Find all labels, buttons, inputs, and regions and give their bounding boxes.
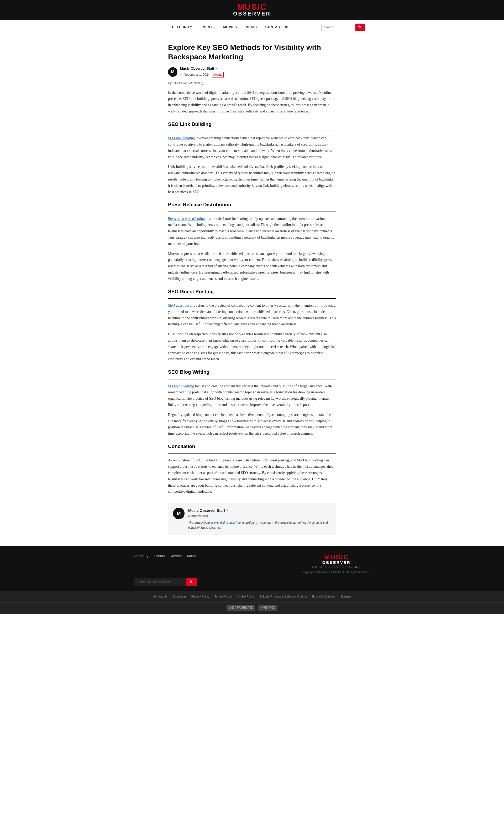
footer-bottom-links-container: Contact Us Disclaimer Privacy Policy Ter… [134,594,370,599]
nav-music[interactable]: MUSIC [245,20,258,34]
author-box-avatar: M [173,508,184,519]
footer-dark: Celebrity Events Movies Music MUSIC OBSE… [0,546,504,591]
verified-badge-footer: ✓ VERIFIED [258,605,277,611]
author-info: Music Observer Staff ✓ ● November 1, 202… [180,66,224,78]
section-heading-guest-posting: SEO Guest Posting [168,288,336,296]
footer-copyright: Copyright ©2024 Matrix Global, LLC. All … [303,570,370,575]
footer-nav-celebrity[interactable]: Celebrity [134,554,148,559]
footer-link-disclaimer[interactable]: Disclaimer [173,594,186,599]
footer-link-privacy-policy[interactable]: Privacy Policy [191,594,209,599]
nav-contact-us[interactable]: CONTACT US [264,20,290,34]
footer-search-button[interactable]: 🔍 [186,578,197,586]
author-avatar: M [168,67,177,77]
author-box-verified: ✓ [226,508,229,513]
footer-nav-movies[interactable]: Movies [170,554,182,559]
nav-celebrity[interactable]: CELEBRITY [171,20,193,34]
footer-logo-observer: OBSERVER [303,561,370,564]
author-date-tags: ● November 1, 2024 Events [180,72,224,78]
blog-writing-link[interactable]: SEO blog writing [168,384,194,388]
branded-content-link[interactable]: branded content [214,521,235,525]
conclusion-text: A combination of SEO link building, pres… [168,457,336,495]
author-box-name-text: Music Observer Staff [188,508,225,513]
footer-bottom: Contact Us Disclaimer Privacy Policy Ter… [0,591,504,602]
article-body: In the competitive world of digital mark… [168,90,336,495]
footer-search-row: 🔍 [134,578,370,586]
section-divider-5 [168,453,336,453]
section-divider-2 [168,211,336,212]
footer-dark-inner: Celebrity Events Movies Music MUSIC OBSE… [134,554,370,575]
nav-movies[interactable]: MOVIES [222,20,238,34]
author-meta: M Music Observer Staff ✓ ● November 1, 2… [168,66,336,78]
author-box-role: (Ambassador) [188,514,331,519]
author-box-name: Music Observer Staff ✓ [188,508,331,513]
blog-writing-p2: Regularly updated blog content can help … [168,412,336,437]
trust-badges: DMCA PROTECTED ✓ VERIFIED [0,602,504,614]
section-heading-conclusion: Conclusion [168,443,336,450]
article-title: Explore Key SEO Methods for Visibility w… [168,43,336,62]
author-name: Music Observer Staff ✓ [180,66,224,71]
logo-music: MUSIC [233,3,271,11]
date-dot: ● [180,73,182,77]
dmca-badge: DMCA PROTECTED [227,605,255,611]
press-release-link[interactable]: Press release distribution [168,217,205,221]
main-content: Explore Key SEO Methods for Visibility w… [163,43,341,535]
author-name-text: Music Observer Staff [180,66,214,71]
guest-posting-p1: SEO guest posting refers to the practice… [168,303,336,327]
article-tag[interactable]: Events [212,72,224,78]
section-heading-seo-link-building: SEO Link Building [168,120,336,128]
press-release-p1-text: is a practical tool for sharing timely u… [168,217,334,246]
author-box: M Music Observer Staff ✓ (Ambassador) Th… [168,503,336,535]
press-release-p1: Press release distribution is a practica… [168,216,336,247]
guest-posting-p2: Guest posting on respected industry site… [168,331,336,362]
seo-link-building-link[interactable]: SEO link building [168,136,195,140]
section-heading-blog-writing: SEO Blog Writing [168,368,336,376]
blog-writing-p1: SEO blog writing focuses on creating con… [168,383,336,408]
footer-link-terms-of-use[interactable]: Terms of Use [214,594,232,599]
footer-search-input[interactable] [134,578,186,586]
site-logo: MUSIC OBSERVER [233,3,271,16]
footer-nav-music[interactable]: Music [187,554,197,559]
footer-logo-area: MUSIC OBSERVER A MATRIX GLOBAL PUBLICATI… [303,554,370,575]
press-release-p2: Moreover, press releases distributed on … [168,251,336,282]
footer-nav-events[interactable]: Events [154,554,165,559]
footer-link-ethical-guidelines[interactable]: Ethical Guidelines [312,594,335,599]
footer-link-contact-us[interactable]: Contact Us [153,594,167,599]
footer-link-editorial-process[interactable]: Editorial Process & Selection Criteria [259,594,307,599]
nav-links: CELEBRITY EVENTS MOVIES MUSIC CONTACT US [139,20,321,34]
seo-link-building-p1: SEO link building involves creating conn… [168,135,336,160]
footer-logo-music: MUSIC [303,554,370,561]
logo-observer: OBSERVER [233,11,271,16]
guest-posting-link[interactable]: SEO guest posting [168,304,195,307]
by-line: By: Backspace Marketing [168,81,336,86]
footer-link-sitemap[interactable]: Sitemap [340,594,351,599]
section-divider-3 [168,298,336,299]
search-input[interactable] [321,24,356,31]
search-button[interactable]: 🔍 [356,24,365,31]
article-date: November 1, 2024 [184,72,210,77]
nav-search: 🔍 [321,24,365,31]
verified-badge: ✓ [215,66,218,71]
site-header: MUSIC OBSERVER [0,0,504,20]
footer-tagline: A MATRIX GLOBAL PUBLICATION [303,565,370,569]
nav-events[interactable]: EVENTS [199,20,216,34]
section-divider-4 [168,379,336,379]
footer-link-cookie-policy[interactable]: Cookie Policy [237,594,254,599]
section-divider-1 [168,131,336,131]
author-box-info: Music Observer Staff ✓ (Ambassador) This… [188,508,331,530]
seo-link-building-p2: Link-building services aim to establish … [168,164,336,195]
footer-nav-links: Celebrity Events Movies Music [134,554,197,559]
main-nav: CELEBRITY EVENTS MOVIES MUSIC CONTACT US… [0,20,504,35]
section-heading-press-release: Press Release Distribution [168,201,336,209]
intro-paragraph: In the competitive world of digital mark… [168,90,336,115]
author-box-disclaimer: This article features branded content fr… [188,520,331,530]
